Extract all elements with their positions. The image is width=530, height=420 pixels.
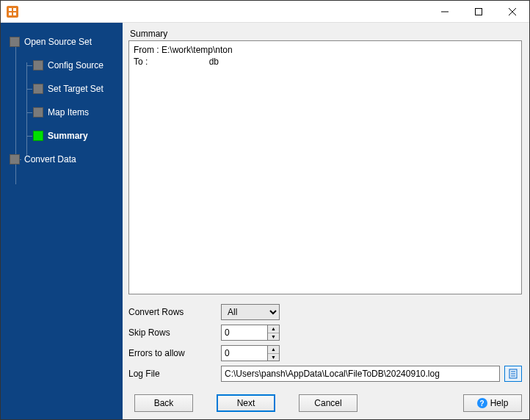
sidebar-item-label: Open Source Set (24, 37, 92, 47)
svg-rect-0 (9, 8, 12, 11)
wizard-sidebar: Open Source Set Config Source Set Target… (1, 23, 123, 419)
errors-allow-spinner[interactable]: ▲ ▼ (221, 345, 280, 361)
step-icon (33, 60, 43, 70)
log-file-input[interactable] (221, 366, 500, 382)
minimize-button[interactable] (428, 1, 462, 23)
spinner-up-icon[interactable]: ▲ (268, 346, 279, 354)
maximize-button[interactable] (462, 1, 495, 23)
help-label: Help (490, 398, 509, 408)
titlebar (1, 1, 529, 23)
step-icon (10, 154, 20, 164)
close-button[interactable] (495, 1, 529, 23)
sidebar-item-map-items[interactable]: Map Items (1, 101, 123, 124)
svg-rect-3 (13, 12, 16, 15)
app-icon (7, 6, 18, 18)
document-icon (508, 369, 518, 379)
svg-rect-1 (13, 8, 16, 11)
sidebar-item-config-source[interactable]: Config Source (1, 54, 123, 77)
options-form: Convert Rows All Skip Rows ▲ ▼ (128, 302, 522, 384)
log-file-label: Log File (128, 369, 221, 379)
summary-label: Summary (128, 29, 522, 39)
spinner-down-icon[interactable]: ▼ (268, 333, 279, 341)
step-icon (33, 107, 43, 117)
errors-allow-label: Errors to allow (128, 348, 221, 358)
sidebar-item-label: Map Items (48, 107, 89, 117)
wizard-buttons: Back Next Cancel ? Help (128, 384, 522, 412)
sidebar-item-open-source-set[interactable]: Open Source Set (1, 30, 123, 54)
step-icon-active (33, 131, 43, 141)
help-icon: ? (477, 398, 487, 408)
convert-rows-label: Convert Rows (128, 307, 221, 317)
skip-rows-label: Skip Rows (128, 327, 221, 338)
app-window: Open Source Set Config Source Set Target… (0, 0, 530, 420)
step-icon (10, 37, 20, 47)
cancel-button[interactable]: Cancel (299, 394, 357, 412)
next-button[interactable]: Next (217, 394, 275, 412)
convert-rows-select[interactable]: All (221, 304, 280, 320)
back-button[interactable]: Back (134, 394, 193, 412)
svg-rect-5 (476, 8, 482, 15)
browse-log-button[interactable] (504, 366, 522, 382)
sidebar-item-summary[interactable]: Summary (1, 124, 123, 148)
errors-allow-input[interactable] (222, 346, 267, 361)
sidebar-item-set-target-set[interactable]: Set Target Set (1, 77, 123, 101)
summary-textarea[interactable]: From : E:\work\temp\nton To : db (128, 40, 522, 294)
help-button[interactable]: ? Help (463, 394, 522, 412)
step-icon (33, 84, 43, 94)
spinner-down-icon[interactable]: ▼ (268, 354, 279, 361)
sidebar-item-convert-data[interactable]: Convert Data (1, 148, 123, 171)
spinner-up-icon[interactable]: ▲ (268, 325, 279, 333)
main-panel: Summary From : E:\work\temp\nton To : db… (123, 23, 529, 419)
sidebar-item-label: Convert Data (24, 154, 76, 164)
sidebar-item-label: Summary (48, 131, 88, 141)
skip-rows-input[interactable] (222, 325, 267, 340)
svg-rect-2 (9, 12, 12, 15)
sidebar-item-label: Set Target Set (48, 84, 104, 94)
skip-rows-spinner[interactable]: ▲ ▼ (221, 325, 280, 341)
sidebar-item-label: Config Source (48, 60, 104, 70)
